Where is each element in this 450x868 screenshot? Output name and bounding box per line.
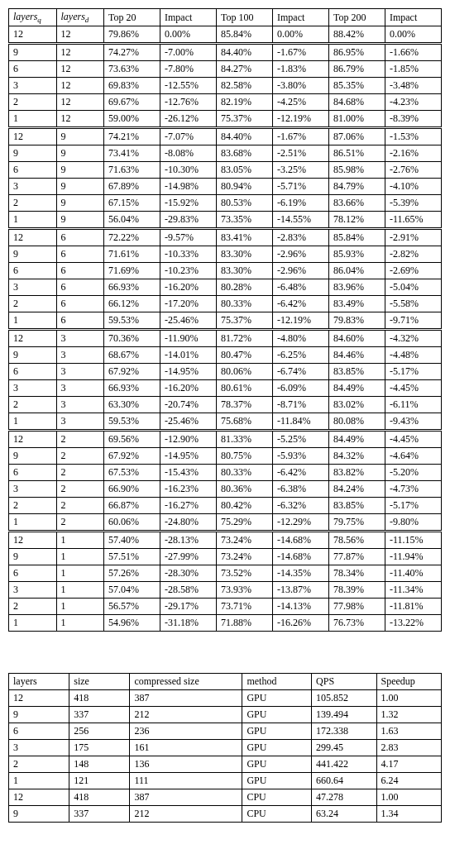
cell: 74.21%	[104, 128, 160, 145]
cell: 12	[56, 26, 104, 44]
cell: -1.67%	[272, 44, 328, 61]
cell: 418	[69, 690, 130, 707]
cell: -14.35%	[272, 565, 328, 582]
cell: 1	[9, 312, 57, 330]
cell: 57.26%	[104, 565, 160, 582]
cell: 80.33%	[217, 465, 273, 481]
cell: GPU	[242, 723, 312, 740]
cell: -14.95%	[160, 448, 217, 465]
cell: 80.94%	[217, 179, 273, 195]
cell: 1	[9, 773, 69, 789]
cell: 121	[69, 773, 130, 789]
cell: 73.35%	[217, 212, 273, 229]
col-layers-d: layersd	[56, 9, 104, 26]
cell: -9.43%	[385, 413, 441, 431]
cell: -9.71%	[385, 312, 441, 330]
cell: 68.67%	[104, 347, 160, 364]
cell: 81.33%	[217, 431, 273, 448]
cell: 57.51%	[104, 549, 160, 565]
cell: 3	[56, 380, 104, 397]
table-row: 6367.92%-14.95%80.06%-6.74%83.85%-5.17%	[9, 364, 442, 380]
cell: -4.48%	[385, 347, 441, 364]
cell: 1	[56, 565, 104, 582]
cell: 6	[9, 61, 57, 78]
cell: 78.56%	[328, 532, 385, 549]
cell: -2.96%	[272, 263, 328, 279]
cell: -3.48%	[385, 78, 441, 94]
cell: -28.13%	[160, 532, 217, 549]
cell: -14.98%	[160, 179, 217, 195]
cell: 86.79%	[328, 61, 385, 78]
table-row: 1659.53%-25.46%75.37%-12.19%79.83%-9.71%	[9, 312, 442, 330]
cell: 1.63	[376, 723, 441, 740]
col-impact20: Impact	[160, 9, 217, 26]
cell: 418	[69, 789, 130, 806]
cell: 67.92%	[104, 364, 160, 380]
cell: 212	[130, 707, 242, 723]
cell: 84.68%	[328, 94, 385, 111]
cell: 6	[56, 296, 104, 312]
cell: 54.96%	[104, 615, 160, 632]
cell: 77.87%	[328, 549, 385, 565]
cell: 3	[56, 397, 104, 413]
cell: 9	[9, 806, 69, 823]
cell: -5.93%	[272, 448, 328, 465]
cell: -2.76%	[385, 162, 441, 179]
cell: 83.68%	[217, 145, 273, 162]
cell: 75.68%	[217, 413, 273, 431]
cell: -1.53%	[385, 128, 441, 145]
cell: CPU	[242, 806, 312, 823]
cell: 83.85%	[328, 364, 385, 380]
cell: 12	[56, 111, 104, 128]
cell: 9	[56, 195, 104, 212]
cell: 83.66%	[328, 195, 385, 212]
cell: 1	[56, 532, 104, 549]
cell: 6	[56, 246, 104, 263]
cell: 80.28%	[217, 279, 273, 296]
cell: 60.06%	[104, 514, 160, 532]
cell: 9	[56, 162, 104, 179]
cell: 111	[130, 773, 242, 789]
cell: -8.08%	[160, 145, 217, 162]
cell: 84.49%	[328, 431, 385, 448]
cell: 12	[9, 128, 57, 145]
cell: -5.17%	[385, 364, 441, 380]
cell: 3	[9, 740, 69, 756]
cell: -6.74%	[272, 364, 328, 380]
cell: -25.46%	[160, 312, 217, 330]
cell: 80.08%	[328, 413, 385, 431]
cell: 9	[56, 179, 104, 195]
cell: 6	[56, 263, 104, 279]
cell: 4.17	[376, 756, 441, 773]
cell: 78.34%	[328, 565, 385, 582]
cell: 81.72%	[217, 330, 273, 347]
table-row: 9337212CPU63.241.34	[9, 806, 442, 823]
cell: -11.81%	[385, 599, 441, 615]
col-size: size	[69, 674, 130, 690]
cell: 9	[9, 347, 57, 364]
cell: 75.37%	[217, 312, 273, 330]
col-layers: layers	[9, 674, 69, 690]
col-top200: Top 200	[328, 9, 385, 26]
cell: 1	[56, 549, 104, 565]
cell: 84.40%	[217, 44, 273, 61]
cell: 84.49%	[328, 380, 385, 397]
cell: -4.25%	[272, 94, 328, 111]
cell: 67.53%	[104, 465, 160, 481]
cell: 9	[9, 44, 57, 61]
cell: 1	[9, 615, 57, 632]
cell: 70.36%	[104, 330, 160, 347]
cell: 69.67%	[104, 94, 160, 111]
cell: 1	[56, 582, 104, 599]
cell: -4.45%	[385, 380, 441, 397]
cell: -5.58%	[385, 296, 441, 312]
cell: -10.33%	[160, 246, 217, 263]
col-method: method	[242, 674, 312, 690]
col-speedup: Speedup	[376, 674, 441, 690]
cell: 1	[9, 212, 57, 229]
table-row: 6971.63%-10.30%83.05%-3.25%85.98%-2.76%	[9, 162, 442, 179]
table-row: 1121111GPU660.646.24	[9, 773, 442, 789]
cell: 88.42%	[328, 26, 385, 44]
cell: 83.30%	[217, 246, 273, 263]
cell: -2.69%	[385, 263, 441, 279]
